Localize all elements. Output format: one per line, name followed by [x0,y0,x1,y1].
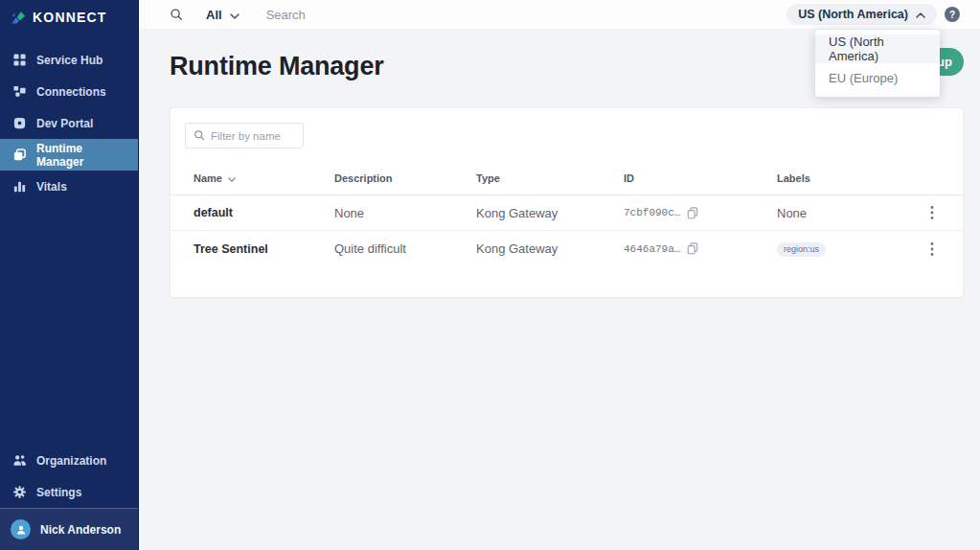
grid-icon [11,53,27,68]
region-option-eu[interactable]: EU (Europe) [815,63,940,92]
sidebar-item-connections[interactable]: Connections [0,76,138,107]
sidebar-nav: Service Hub Connections [0,44,138,202]
cell-labels: None [777,206,887,220]
brand-logo[interactable]: KONNECT [0,2,138,33]
table-row[interactable]: Tree Sentinel Quite difficult Kong Gatew… [171,231,963,266]
cell-name: default [194,206,334,219]
cell-id: 7cbf090c… [624,207,777,219]
sidebar-item-settings[interactable]: Settings [0,476,138,508]
sidebar-item-label: Organization [36,454,106,468]
avatar-icon [11,519,31,539]
page-content: Runtime Manager up Name [139,29,980,550]
column-header-type: Type [476,172,624,184]
sidebar-item-service-hub[interactable]: Service Hub [0,44,138,76]
cell-labels: region:us [777,241,887,257]
chevron-down-icon [230,8,239,22]
dev-portal-icon [11,116,27,131]
sidebar-item-label: Runtime Manager [36,142,126,169]
region-selector-value: US (North America) [798,8,908,21]
cell-id: 4646a79a… [624,242,777,255]
column-header-name[interactable]: Name [194,172,334,184]
row-actions-kebab-icon[interactable] [924,203,940,222]
sidebar-user[interactable]: Nick Anderson [0,508,138,550]
column-header-labels: Labels [777,172,887,184]
sidebar-item-label: Connections [36,85,106,99]
search-icon [194,127,205,145]
region-option-us[interactable]: US (North America) [815,34,940,63]
chevron-up-icon [916,8,925,21]
gear-icon [11,485,27,500]
column-header-id: ID [624,172,777,184]
sidebar-item-organization[interactable]: Organization [0,445,138,476]
filter-input-wrapper [185,123,304,149]
sidebar-item-label: Dev Portal [36,117,93,130]
runtime-manager-icon [11,148,27,163]
main-area: All US (North America) Runtime [139,0,980,550]
label-badge: region:us [777,242,826,257]
sidebar: KONNECT Service Hub [0,0,139,550]
connections-icon [11,84,27,100]
search-scope-dropdown[interactable]: All [206,8,239,22]
sort-chevron-icon [228,172,236,184]
help-icon[interactable] [945,7,960,22]
kong-logo-icon [11,10,26,25]
id-value: 4646a79a… [624,243,680,255]
cell-description: Quite difficult [334,241,476,256]
page-title: Runtime Manager [170,52,384,81]
user-name: Nick Anderson [40,523,121,537]
bar-chart-icon [11,179,27,195]
cell-name: Tree Sentinel [194,242,334,256]
sidebar-item-dev-portal[interactable]: Dev Portal [0,107,138,139]
sidebar-item-runtime-manager[interactable]: Runtime Manager [0,139,138,171]
cell-description: None [334,206,476,220]
table-header-row: Name Description Type ID Labels [171,161,963,195]
table-row[interactable]: default None Kong Gateway 7cbf090c… None [171,195,963,231]
sidebar-item-label: Settings [36,486,81,499]
copy-icon[interactable] [687,242,698,255]
sidebar-item-vitals[interactable]: Vitals [0,171,138,202]
brand-name: KONNECT [33,10,107,25]
copy-icon[interactable] [687,207,698,219]
region-dropdown-menu: US (North America) EU (Europe) [815,30,940,97]
search-scope-value: All [206,8,222,22]
search-icon[interactable] [170,8,183,21]
cell-type: Kong Gateway [476,241,624,256]
region-selector[interactable]: US (North America) [786,4,937,25]
sidebar-spacer [0,202,138,445]
global-search-input[interactable] [266,8,554,22]
people-icon [11,453,27,469]
sidebar-footer-nav: Organization Settings [0,445,138,508]
column-header-description: Description [334,172,476,184]
filter-by-name-input[interactable] [211,130,295,142]
sidebar-item-label: Vitals [36,180,67,194]
row-actions-kebab-icon[interactable] [924,240,940,259]
topbar: All US (North America) [139,0,980,29]
sidebar-item-label: Service Hub [36,54,103,67]
id-value: 7cbf090c… [624,207,680,218]
runtime-groups-table-card: Name Description Type ID Labels [170,107,964,298]
cell-type: Kong Gateway [476,206,624,220]
